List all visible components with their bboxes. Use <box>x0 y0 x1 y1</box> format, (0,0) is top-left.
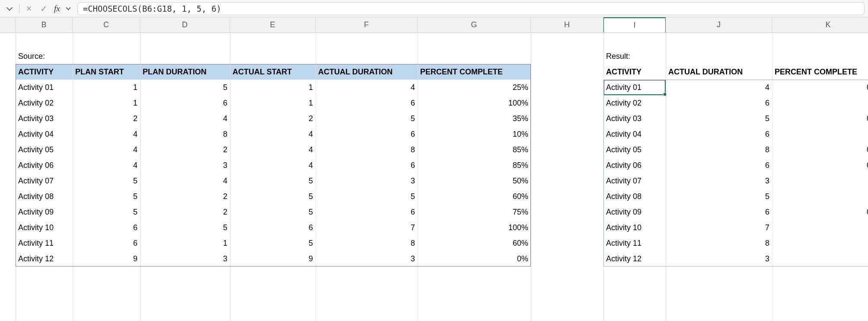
spreadsheet-grid[interactable]: Source: Result: ACTIVITY PLAN START PLAN… <box>0 33 868 321</box>
name-box-dropdown-icon[interactable] <box>3 3 16 15</box>
labels-row: Source: Result: <box>0 48 868 64</box>
src-planstart: 1 <box>73 95 140 111</box>
src-pct: 60% <box>418 235 531 251</box>
src-actdur: 3 <box>316 251 418 266</box>
src-hdr-actstart: ACTUAL START <box>230 64 316 80</box>
res-activity: Activity 02 <box>603 95 666 111</box>
table-row: Activity 04484610%Activity 0460.1 <box>0 126 868 142</box>
res-actdur: 8 <box>666 142 772 157</box>
table-row: Activity 08525560%Activity 0850.6 <box>0 189 868 204</box>
result-label: Result: <box>603 48 666 64</box>
res-pct: 0.25 <box>772 80 868 95</box>
res-actdur: 5 <box>666 189 772 204</box>
src-actstart: 5 <box>230 235 316 251</box>
src-hdr-pct: PERCENT COMPLETE <box>418 64 531 80</box>
src-actstart: 1 <box>230 80 316 95</box>
res-actdur: 6 <box>666 204 772 220</box>
src-plandur: 3 <box>140 157 230 173</box>
formula-text: =CHOOSECOLS(B6:G18, 1, 5, 6) <box>83 4 221 13</box>
res-activity: Activity 01 <box>603 80 666 95</box>
formula-input[interactable]: =CHOOSECOLS(B6:G18, 1, 5, 6) <box>77 2 865 15</box>
src-plandur: 1 <box>140 235 230 251</box>
col-gutter[interactable] <box>0 17 16 32</box>
res-actdur: 6 <box>666 157 772 173</box>
src-actdur: 5 <box>316 111 418 126</box>
src-actdur: 7 <box>316 220 418 235</box>
res-activity: Activity 03 <box>603 111 666 126</box>
res-pct: 0.85 <box>772 142 868 157</box>
src-hdr-activity: ACTIVITY <box>16 64 73 80</box>
col-header[interactable]: H <box>531 17 603 32</box>
res-hdr-pct: PERCENT COMPLETE <box>772 64 868 80</box>
src-plandur: 2 <box>140 204 230 220</box>
res-pct: 0.6 <box>772 235 868 251</box>
src-actdur: 5 <box>316 189 418 204</box>
res-activity: Activity 10 <box>603 220 666 235</box>
src-actdur: 8 <box>316 235 418 251</box>
res-activity: Activity 11 <box>603 235 666 251</box>
res-pct: 1 <box>772 220 868 235</box>
src-actdur: 4 <box>316 80 418 95</box>
separator <box>19 4 19 13</box>
src-planstart: 5 <box>73 189 140 204</box>
src-actstart: 9 <box>230 251 316 266</box>
table-row: Activity 021616100%Activity 0261 <box>0 95 868 111</box>
src-plandur: 5 <box>140 220 230 235</box>
fx-label[interactable]: fx <box>52 4 62 13</box>
src-planstart: 5 <box>73 204 140 220</box>
src-actstart: 2 <box>230 111 316 126</box>
src-actdur: 6 <box>316 126 418 142</box>
res-actdur: 3 <box>666 173 772 189</box>
src-actstart: 1 <box>230 95 316 111</box>
col-header[interactable]: D <box>140 17 230 32</box>
src-actstart: 6 <box>230 220 316 235</box>
src-actstart: 5 <box>230 173 316 189</box>
fx-dropdown-icon[interactable] <box>64 3 72 15</box>
table-row: Activity 106567100%Activity 1071 <box>0 220 868 235</box>
src-planstart: 4 <box>73 142 140 157</box>
src-plandur: 5 <box>140 80 230 95</box>
blank-row <box>0 33 868 48</box>
col-header-active[interactable]: I <box>603 17 666 32</box>
res-actdur: 7 <box>666 220 772 235</box>
res-activity: Activity 08 <box>603 189 666 204</box>
res-actdur: 5 <box>666 111 772 126</box>
table-row: Activity 11615860%Activity 1180.6 <box>0 235 868 251</box>
src-plandur: 3 <box>140 251 230 266</box>
col-header[interactable]: E <box>230 17 316 32</box>
col-header[interactable]: F <box>316 17 418 32</box>
src-actdur: 8 <box>316 142 418 157</box>
col-header[interactable]: B <box>16 17 73 32</box>
src-hdr-plandur: PLAN DURATION <box>140 64 230 80</box>
src-pct: 60% <box>418 189 531 204</box>
col-header[interactable]: C <box>73 17 140 32</box>
res-actdur: 4 <box>666 80 772 95</box>
src-activity: Activity 01 <box>16 80 73 95</box>
table-row: Activity 03242535%Activity 0350.35 <box>0 111 868 126</box>
src-activity: Activity 04 <box>16 126 73 142</box>
res-pct: 0.5 <box>772 173 868 189</box>
src-activity: Activity 07 <box>16 173 73 189</box>
res-pct: 0 <box>772 251 868 266</box>
src-pct: 10% <box>418 126 531 142</box>
col-header[interactable]: J <box>666 17 772 32</box>
res-pct: 0.6 <box>772 189 868 204</box>
src-planstart: 4 <box>73 126 140 142</box>
enter-icon[interactable]: ✓ <box>38 3 50 15</box>
src-hdr-planstart: PLAN START <box>73 64 140 80</box>
res-pct: 0.1 <box>772 126 868 142</box>
res-hdr-activity: ACTIVITY <box>603 64 666 80</box>
cancel-icon[interactable]: × <box>23 3 35 15</box>
table-row: Activity 06434685%Activity 0660.85 <box>0 157 868 173</box>
src-pct: 75% <box>418 204 531 220</box>
src-activity: Activity 08 <box>16 189 73 204</box>
src-plandur: 6 <box>140 95 230 111</box>
col-header[interactable]: G <box>418 17 531 32</box>
src-planstart: 1 <box>73 80 140 95</box>
src-activity: Activity 03 <box>16 111 73 126</box>
res-activity: Activity 07 <box>603 173 666 189</box>
src-planstart: 9 <box>73 251 140 266</box>
src-activity: Activity 10 <box>16 220 73 235</box>
col-header[interactable]: K <box>772 17 868 32</box>
table-row: Activity 05424885%Activity 0580.85 <box>0 142 868 157</box>
